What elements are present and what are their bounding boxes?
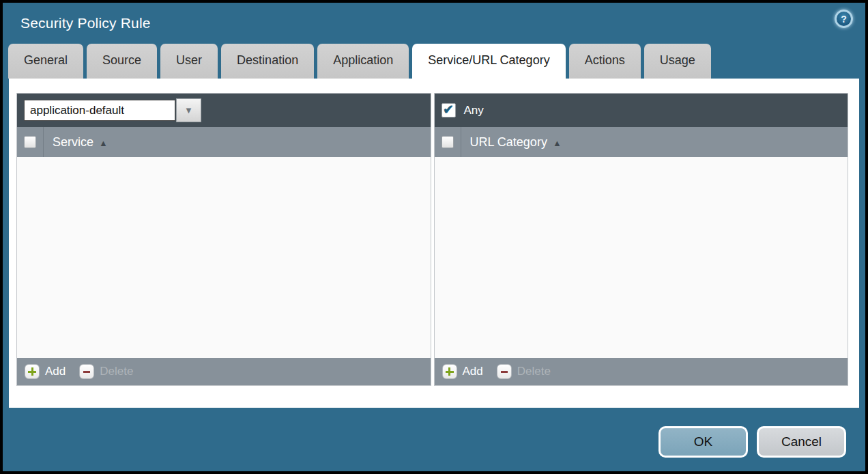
tab-usage[interactable]: Usage — [644, 44, 711, 79]
service-select-all-cell — [17, 127, 44, 157]
add-button-label: Add — [463, 365, 483, 378]
service-panel-header: ▼ — [17, 94, 431, 127]
url-category-add-button[interactable]: Add — [442, 364, 483, 379]
tab-source[interactable]: Source — [87, 44, 157, 79]
cancel-button[interactable]: Cancel — [757, 426, 846, 458]
service-column-label[interactable]: Service — [53, 135, 93, 150]
any-checkbox[interactable]: ✔ — [442, 103, 456, 117]
any-checkbox-row: ✔ Any — [442, 103, 484, 117]
tab-destination[interactable]: Destination — [221, 44, 314, 79]
url-category-panel: ✔ Any URL Category ▲ — [434, 93, 849, 386]
url-category-panel-footer: Add Delete — [435, 358, 848, 385]
url-category-column-header: URL Category ▲ — [435, 127, 848, 157]
service-delete-button[interactable]: Delete — [79, 364, 133, 379]
url-category-delete-button[interactable]: Delete — [497, 364, 551, 379]
service-panel: ▼ Service ▲ Add — [16, 93, 431, 386]
delete-minus-icon — [79, 364, 94, 379]
dialog-action-bar: OK Cancel — [3, 408, 865, 471]
url-category-list-body — [435, 157, 848, 358]
service-add-button[interactable]: Add — [25, 364, 66, 379]
add-plus-icon — [442, 364, 457, 379]
service-column-header: Service ▲ — [17, 127, 431, 157]
sort-asc-icon[interactable]: ▲ — [99, 138, 108, 148]
tab-content: ▼ Service ▲ Add — [9, 79, 859, 408]
tab-general[interactable]: General — [8, 44, 83, 79]
service-panel-footer: Add Delete — [17, 358, 431, 385]
service-list-body — [17, 157, 431, 358]
security-policy-rule-dialog: Security Policy Rule ? General Source Us… — [3, 3, 865, 471]
delete-minus-icon — [497, 364, 512, 379]
url-category-select-all-cell — [435, 127, 461, 157]
service-type-input[interactable] — [24, 100, 175, 121]
sort-asc-icon[interactable]: ▲ — [553, 138, 562, 148]
ok-button[interactable]: OK — [659, 426, 748, 458]
tab-actions[interactable]: Actions — [569, 44, 641, 79]
help-icon[interactable]: ? — [835, 10, 853, 28]
url-category-column-label[interactable]: URL Category — [470, 135, 547, 150]
tab-service-url-category[interactable]: Service/URL Category — [412, 44, 565, 79]
tab-user[interactable]: User — [160, 44, 218, 79]
service-select-all-checkbox[interactable] — [24, 136, 36, 148]
add-button-label: Add — [45, 365, 66, 378]
dialog-title: Security Policy Rule — [20, 15, 151, 31]
url-category-select-all-checkbox[interactable] — [442, 136, 454, 148]
panels-container: ▼ Service ▲ Add — [16, 93, 848, 386]
chevron-down-icon[interactable]: ▼ — [176, 98, 201, 122]
any-checkbox-label: Any — [464, 104, 484, 117]
url-category-panel-header: ✔ Any — [435, 94, 848, 127]
screen-frame: Security Policy Rule ? General Source Us… — [0, 0, 868, 474]
tab-bar: General Source User Destination Applicat… — [3, 44, 865, 79]
service-type-dropdown: ▼ — [24, 98, 201, 122]
dialog-titlebar: Security Policy Rule ? — [3, 3, 865, 44]
add-plus-icon — [25, 364, 40, 379]
checkmark-icon: ✔ — [443, 103, 454, 116]
tab-application[interactable]: Application — [317, 44, 409, 79]
delete-button-label: Delete — [100, 365, 133, 378]
delete-button-label: Delete — [517, 365, 551, 378]
